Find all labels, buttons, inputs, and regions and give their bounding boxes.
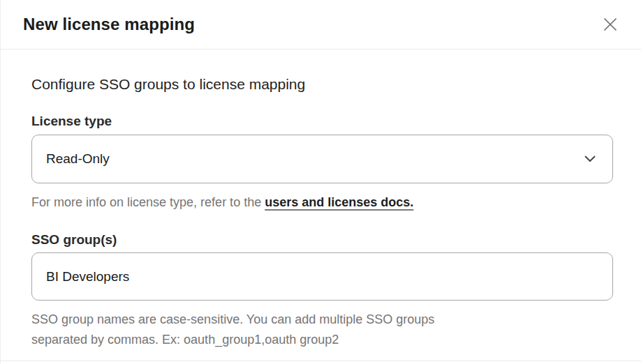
config-heading: Configure SSO groups to license mapping bbox=[31, 75, 613, 93]
sso-groups-label: SSO group(s) bbox=[31, 231, 613, 248]
new-license-mapping-modal: New license mapping Configure SSO groups… bbox=[1, 0, 641, 350]
sso-groups-input[interactable] bbox=[31, 252, 613, 301]
license-type-select[interactable]: Read-Only bbox=[31, 135, 613, 183]
sso-helper-line1: SSO group names are case-sensitive. You … bbox=[31, 310, 613, 330]
license-type-label: License type bbox=[31, 112, 613, 130]
license-type-selected-value: Read-Only bbox=[46, 151, 110, 167]
modal-title: New license mapping bbox=[23, 15, 195, 34]
users-licenses-docs-link[interactable]: users and licenses docs. bbox=[265, 195, 413, 209]
license-type-helper: For more info on license type, refer to … bbox=[31, 192, 613, 213]
chevron-down-icon bbox=[584, 156, 596, 162]
close-icon bbox=[603, 17, 618, 32]
license-helper-text: For more info on license type, refer to … bbox=[31, 195, 265, 209]
modal-body: Configure SSO groups to license mapping … bbox=[1, 75, 641, 350]
modal-header: New license mapping bbox=[1, 0, 641, 50]
close-button[interactable] bbox=[599, 13, 621, 36]
bottom-divider bbox=[1, 361, 641, 361]
sso-helper-line2: separated by commas. Ex: oauth_group1,oa… bbox=[31, 330, 613, 350]
sso-groups-helper: SSO group names are case-sensitive. You … bbox=[31, 310, 613, 350]
